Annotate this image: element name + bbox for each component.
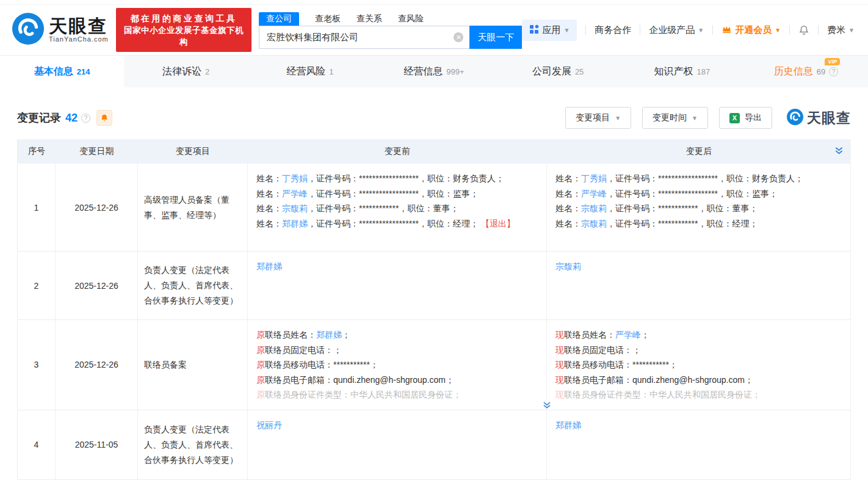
filter-change-time-button[interactable]: 变更时间 ▼ [642,107,708,129]
tab-legal-litigation[interactable]: 法律诉讼2 [124,56,248,87]
plain-text: ，证件号码：******************，职位：财务负责人； [607,173,803,183]
person-link[interactable]: 祝丽丹 [256,420,282,430]
tab-business-info[interactable]: 经营信息999+ [372,56,496,87]
search-tab-relation[interactable]: 查关系 [356,12,382,26]
nav-user[interactable]: 费米 ▼ [827,24,855,36]
person-link[interactable]: 郑群娣 [555,420,581,430]
tab-operation-risk[interactable]: 经营风险1 [248,56,372,87]
tianyancha-watermark-icon [787,109,803,128]
search-tab-risk[interactable]: 查风险 [398,12,424,26]
plain-text: 姓名： [256,219,282,228]
filter-change-item-button[interactable]: 变更项目 ▼ [565,107,631,129]
row-index: 3 [18,320,56,410]
help-icon[interactable]: ? [829,67,838,76]
search-tab-boss[interactable]: 查老板 [315,12,341,26]
after-cell: 郑群娣 [547,410,851,479]
plain-text: 联络员身份证件类型：中华人民共和国居民身份证； [564,390,761,399]
tab-count: 2 [205,67,209,76]
person-link[interactable]: 宗馥莉 [581,203,607,213]
change-item: 负责人变更（法定代表人、负责人、首席代表、合伙事务执行人等变更） [138,252,248,319]
row-index: 1 [18,164,56,251]
plain-text: 姓名： [256,189,282,198]
detail-line: 姓名：郑群娣，证件号码：******************，职位：经理； 【退… [256,216,538,231]
plain-text: ； [342,330,350,340]
nav-cooperation[interactable]: 商务合作 [595,24,631,36]
collapse-all-chevron-icon[interactable] [834,147,844,158]
plain-text: ，证件号码：******************，职位：监事； [607,189,778,198]
plain-text: ，证件号码：************，职位：董事； [308,203,458,213]
row-index: 2 [18,252,56,319]
tab-history-info[interactable]: VIP 历史信息69 ? [744,56,868,87]
red-text: 原 [256,375,265,385]
plain-text: 联络员姓名： [265,330,316,340]
monitor-bell-button[interactable] [96,110,112,126]
before-cell: 原联络员姓名：郑群娣；原联络员固定电话：；原联络员移动电话：**********… [248,320,547,410]
search-tab-company[interactable]: 查公司 [259,12,299,26]
person-link[interactable]: 宗馥莉 [282,203,308,213]
person-link[interactable]: 丁秀娟 [581,173,607,183]
table-header-row: 序号 变更日期 变更项目 变更前 变更后 [18,139,851,164]
change-item: 联络员备案 [138,320,248,410]
red-text: 【退出】 [481,219,515,228]
tab-label: 历史信息 [774,65,813,78]
person-link[interactable]: 严学峰 [615,330,641,340]
header-change-date: 变更日期 [56,139,138,164]
help-icon[interactable]: ? [81,114,90,123]
export-label: 导出 [745,112,762,123]
section-actions: 变更项目 ▼ 变更时间 ▼ X 导出 天眼查 [565,107,851,129]
person-link[interactable]: 郑群娣 [316,330,342,340]
promo-banner: 都在用的商业查询工具 国家中小企业发展子基金旗下机构 [116,8,251,52]
plain-text: ，证件号码：******************，职位：经理； [308,219,481,228]
detail-line: 现联络员姓名：严学峰； [555,327,842,343]
person-link[interactable]: 郑群娣 [256,261,282,271]
search-area: 查公司 查老板 查关系 查风险 ✕ 天眼一下 [259,11,522,49]
person-link[interactable]: 丁秀娟 [282,173,308,183]
red-text: 现 [555,390,564,399]
search-tabs: 查公司 查老板 查关系 查风险 [259,11,522,26]
plain-text: ，证件号码：******************，职位：财务负责人； [308,173,504,183]
tab-intellectual-property[interactable]: 知识产权187 [620,56,744,87]
nav-vip-join[interactable]: 开通会员 ▼ [722,24,781,36]
plain-text: ，证件号码：************，职位：董事； [607,203,758,213]
nav-separator [585,25,586,35]
notification-bell-icon[interactable] [798,24,809,36]
caret-down-icon: ▼ [698,27,704,34]
caret-down-icon: ▼ [692,115,698,122]
nav-separator [789,25,790,35]
caret-down-icon: ▼ [848,27,855,34]
person-link[interactable]: 郑群娣 [282,219,308,228]
apps-grid-icon [529,24,539,36]
detail-line: 郑群娣 [256,259,538,274]
tab-count: 999+ [446,67,464,76]
nav-apps[interactable]: 应用 ▼ [522,20,577,41]
red-text: 原 [256,390,265,399]
plain-text: 联络员电子邮箱：qundi.zheng@h-shgroup.com； [564,375,753,385]
tab-company-development[interactable]: 公司发展25 [496,56,620,87]
tab-basic-info[interactable]: 基本信息214 [0,56,124,87]
plain-text: 姓名： [555,189,581,198]
person-link[interactable]: 宗馥莉 [581,219,607,228]
nav-separator [818,25,819,35]
detail-line: 郑群娣 [555,418,842,433]
excel-icon: X [729,113,740,123]
tab-label: 公司发展 [532,65,571,78]
search-button[interactable]: 天眼一下 [469,26,522,49]
plain-text: ，证件号码：************，职位：经理； [607,219,758,228]
tianyancha-logo[interactable]: 天眼查 TianYanCha.com [12,13,109,47]
caret-down-icon: ▼ [615,115,621,122]
person-link[interactable]: 严学峰 [282,189,308,198]
search-input[interactable] [259,26,469,49]
plain-text: 联络员身份证件类型：中华人民共和国居民身份证； [265,390,461,399]
table-row: 22025-12-26负责人变更（法定代表人、负责人、首席代表、合伙事务执行人等… [18,252,851,320]
nav-user-label: 费米 [827,24,845,36]
nav-enterprise[interactable]: 企业级产品 ▼ [649,24,704,36]
person-link[interactable]: 宗馥莉 [555,261,581,271]
expand-row-chevron-icon[interactable] [543,402,552,409]
tab-label: 经营信息 [403,65,443,78]
change-date: 2025-12-26 [56,252,138,319]
search-box: ✕ [259,26,469,49]
plain-text: 姓名： [256,203,282,213]
detail-line: 姓名：严学峰，证件号码：******************，职位：监事； [555,186,842,202]
person-link[interactable]: 严学峰 [581,189,607,198]
export-button[interactable]: X 导出 [719,107,772,129]
